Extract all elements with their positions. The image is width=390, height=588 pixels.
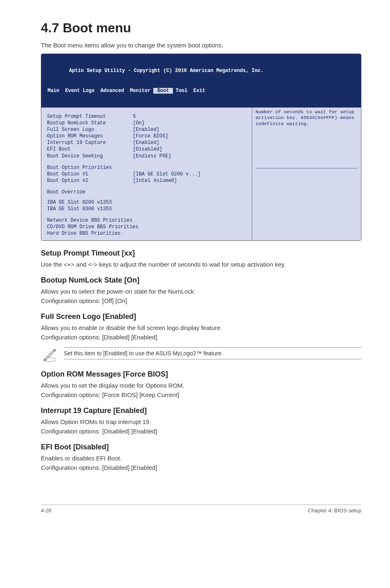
efi-boot-label: EFI Boot	[47, 146, 133, 153]
page-number: 4-26	[41, 507, 52, 514]
bbs-priority-item: CD/DVD ROM Drive BBS Priorities	[47, 224, 247, 230]
page-footer: 4-26 Chapter 4: BIOS setup	[41, 505, 361, 514]
boot-option-2-value: [Intel Volume0]	[133, 177, 177, 184]
option-rom-value: [Force BIOS]	[133, 133, 168, 139]
boot-priorities-header: Boot Option Priorities	[47, 164, 247, 171]
full-screen-logo-label: Full Screen Logo	[47, 126, 133, 133]
boot-option-1-value: [IBA GE Slot 0200 v...]	[133, 171, 201, 177]
section-body: Configuration options: [Disabled] [Enabl…	[41, 333, 361, 341]
section-body: Configuration options: [Off] [On]	[41, 296, 361, 305]
bios-screenshot: Aptio Setup Utility - Copyright (C) 2010…	[41, 54, 361, 241]
section-heading: EFI Boot [Disabled]	[41, 443, 361, 451]
section-heading: Full Screen Logo [Enabled]	[41, 312, 361, 321]
page-title: 4.7 Boot menu	[41, 20, 361, 36]
bootup-numlock-value: [On]	[133, 120, 145, 126]
bios-title: Aptio Setup Utility - Copyright (C) 2010…	[45, 67, 358, 74]
section-body: Allows Option ROMs to trap interrupt 19.	[41, 417, 361, 426]
section-heading: Interrupt 19 Capture [Enabled]	[41, 406, 361, 415]
bbs-priority-item: Network Device BBS Priorities	[47, 217, 247, 224]
boot-option-1-label: Boot Option #1	[47, 171, 133, 177]
bios-left-pane: Setup Prompt Timeout5 Bootup NumLock Sta…	[41, 108, 252, 240]
section-heading: Bootup NumLock State [On]	[41, 276, 361, 285]
section-body: Allows you to select the power-on state …	[41, 287, 361, 296]
section-body: Allows you to enable or disable the full…	[41, 323, 361, 332]
section-body: Use the <+> and <-> keys to adjust the n…	[41, 260, 361, 269]
footer-chapter: Chapter 4: BIOS setup	[308, 507, 361, 514]
efi-boot-value: [Disabled]	[133, 146, 162, 153]
bios-tab-active: Boot	[153, 88, 173, 94]
section-body: Configuration options: [Disabled] [Enabl…	[41, 463, 361, 472]
interrupt19-value: [Enabled]	[133, 139, 159, 146]
section-body: Enables or disables EFI Boot.	[41, 454, 361, 462]
boot-override-item: IBA GE Slot 0200 v1353	[47, 199, 247, 206]
bios-help-text: Number of seconds to wait for setup acti…	[256, 109, 358, 169]
setup-prompt-timeout-value: 5	[133, 113, 136, 120]
note-text: Set this item to [Enabled] to use the AS…	[64, 347, 361, 359]
boot-option-2-label: Boot Option #2	[47, 177, 133, 184]
boot-override-header: Boot Override	[47, 189, 247, 195]
boot-device-seeking-value: [Endless PXE]	[133, 153, 171, 159]
section-body: Configuration options: [Force BIOS] [Kee…	[41, 391, 361, 399]
bios-tabs: Main Event Logs Advanced Monitor Boot To…	[45, 88, 358, 94]
section-heading: Setup Prompt Timeout [xx]	[41, 249, 361, 258]
section-heading: Option ROM Messages [Force BIOS]	[41, 370, 361, 379]
pencil-icon	[41, 346, 59, 363]
intro-text: The Boot menu items allow you to change …	[41, 42, 361, 49]
bootup-numlock-label: Bootup NumLock State	[47, 120, 133, 126]
setup-prompt-timeout-label: Setup Prompt Timeout	[47, 113, 133, 120]
section-body: Allows you to set the display mode for O…	[41, 381, 361, 390]
option-rom-label: Option ROM Messages	[47, 133, 133, 139]
full-screen-logo-value: [Enabled]	[133, 126, 159, 133]
bbs-priority-item: Hard Drive BBS Priorities	[47, 230, 247, 237]
section-body: Configuration options: [Disabled] [Enabl…	[41, 427, 361, 435]
boot-device-seeking-label: Boot Device Seeking	[47, 153, 133, 159]
bios-help-pane: Number of seconds to wait for setup acti…	[252, 108, 361, 240]
note-block: Set this item to [Enabled] to use the AS…	[41, 347, 361, 363]
boot-override-item: IBA GE Slot 0300 v1353	[47, 206, 247, 212]
interrupt19-label: Interrupt 19 Capture	[47, 139, 133, 146]
